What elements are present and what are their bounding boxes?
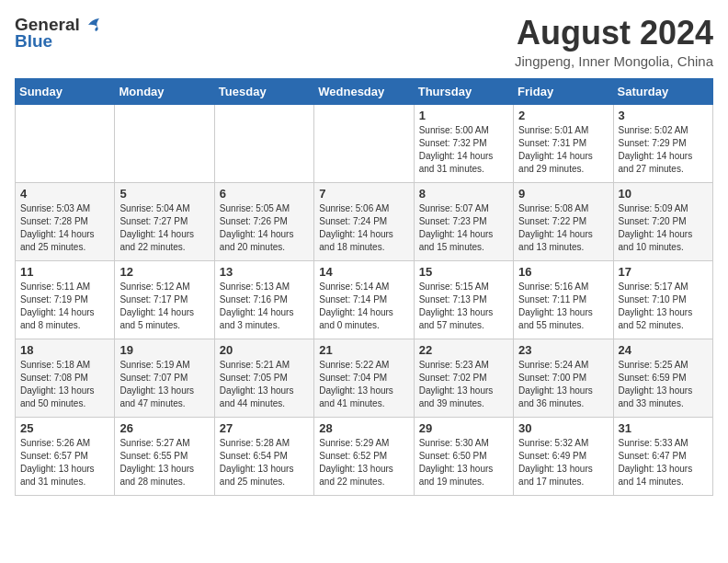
calendar-cell: 8Sunrise: 5:07 AM Sunset: 7:23 PM Daylig… (414, 182, 513, 260)
cell-daylight-info: Sunrise: 5:00 AM Sunset: 7:32 PM Dayligh… (419, 124, 508, 176)
date-number: 5 (119, 187, 209, 201)
logo-bird-icon (81, 17, 101, 32)
date-number: 15 (419, 265, 508, 279)
calendar-cell: 9Sunrise: 5:08 AM Sunset: 7:22 PM Daylig… (514, 182, 613, 260)
date-number: 8 (419, 187, 508, 201)
calendar-cell: 18Sunrise: 5:18 AM Sunset: 7:08 PM Dayli… (16, 339, 115, 417)
day-header-wednesday: Wednesday (314, 78, 414, 104)
calendar-cell: 28Sunrise: 5:29 AM Sunset: 6:52 PM Dayli… (314, 417, 414, 495)
cell-daylight-info: Sunrise: 5:11 AM Sunset: 7:19 PM Dayligh… (20, 281, 109, 332)
cell-daylight-info: Sunrise: 5:33 AM Sunset: 6:47 PM Dayligh… (619, 437, 708, 488)
day-header-thursday: Thursday (414, 78, 513, 104)
cell-daylight-info: Sunrise: 5:09 AM Sunset: 7:20 PM Dayligh… (619, 202, 708, 254)
cell-daylight-info: Sunrise: 5:02 AM Sunset: 7:29 PM Dayligh… (619, 124, 708, 176)
date-number: 17 (619, 265, 708, 279)
date-number: 23 (518, 343, 608, 357)
title-area: August 2024 Jingpeng, Inner Mongolia, Ch… (515, 15, 713, 69)
date-number: 30 (518, 421, 608, 435)
date-number: 25 (20, 421, 109, 435)
week-row-5: 25Sunrise: 5:26 AM Sunset: 6:57 PM Dayli… (16, 417, 713, 495)
week-row-4: 18Sunrise: 5:18 AM Sunset: 7:08 PM Dayli… (16, 339, 713, 417)
date-number: 11 (20, 265, 109, 279)
calendar-cell: 12Sunrise: 5:12 AM Sunset: 7:17 PM Dayli… (115, 260, 214, 339)
cell-daylight-info: Sunrise: 5:25 AM Sunset: 6:59 PM Dayligh… (619, 359, 708, 410)
date-number: 24 (619, 343, 708, 357)
cell-daylight-info: Sunrise: 5:32 AM Sunset: 6:49 PM Dayligh… (518, 437, 608, 488)
calendar-cell: 7Sunrise: 5:06 AM Sunset: 7:24 PM Daylig… (314, 182, 414, 260)
day-header-friday: Friday (514, 78, 613, 104)
calendar-cell: 26Sunrise: 5:27 AM Sunset: 6:55 PM Dayli… (115, 417, 214, 495)
date-number: 2 (518, 109, 608, 122)
cell-daylight-info: Sunrise: 5:06 AM Sunset: 7:24 PM Dayligh… (319, 202, 408, 254)
calendar-cell: 27Sunrise: 5:28 AM Sunset: 6:54 PM Dayli… (214, 417, 313, 495)
calendar-cell: 30Sunrise: 5:32 AM Sunset: 6:49 PM Dayli… (514, 417, 613, 495)
date-number: 29 (419, 421, 508, 435)
cell-daylight-info: Sunrise: 5:12 AM Sunset: 7:17 PM Dayligh… (119, 281, 209, 332)
cell-daylight-info: Sunrise: 5:15 AM Sunset: 7:13 PM Dayligh… (419, 281, 508, 332)
calendar-cell: 1Sunrise: 5:00 AM Sunset: 7:32 PM Daylig… (414, 104, 513, 182)
date-number: 3 (619, 109, 708, 122)
cell-daylight-info: Sunrise: 5:14 AM Sunset: 7:14 PM Dayligh… (319, 281, 408, 332)
cell-daylight-info: Sunrise: 5:27 AM Sunset: 6:55 PM Dayligh… (119, 437, 209, 488)
calendar-cell: 17Sunrise: 5:17 AM Sunset: 7:10 PM Dayli… (613, 260, 712, 339)
calendar-cell: 24Sunrise: 5:25 AM Sunset: 6:59 PM Dayli… (613, 339, 712, 417)
calendar-cell (214, 104, 313, 182)
cell-daylight-info: Sunrise: 5:30 AM Sunset: 6:50 PM Dayligh… (419, 437, 508, 488)
calendar-cell: 10Sunrise: 5:09 AM Sunset: 7:20 PM Dayli… (613, 182, 712, 260)
calendar-cell: 22Sunrise: 5:23 AM Sunset: 7:02 PM Dayli… (414, 339, 513, 417)
cell-daylight-info: Sunrise: 5:22 AM Sunset: 7:04 PM Dayligh… (319, 359, 408, 410)
cell-daylight-info: Sunrise: 5:01 AM Sunset: 7:31 PM Dayligh… (518, 124, 608, 176)
calendar-cell: 5Sunrise: 5:04 AM Sunset: 7:27 PM Daylig… (115, 182, 214, 260)
date-number: 20 (220, 343, 309, 357)
cell-daylight-info: Sunrise: 5:05 AM Sunset: 7:26 PM Dayligh… (220, 202, 309, 254)
location-subtitle: Jingpeng, Inner Mongolia, China (515, 53, 713, 69)
cell-daylight-info: Sunrise: 5:18 AM Sunset: 7:08 PM Dayligh… (20, 359, 109, 410)
cell-daylight-info: Sunrise: 5:21 AM Sunset: 7:05 PM Dayligh… (220, 359, 309, 410)
day-header-saturday: Saturday (613, 78, 712, 104)
date-number: 1 (419, 109, 508, 122)
cell-daylight-info: Sunrise: 5:07 AM Sunset: 7:23 PM Dayligh… (419, 202, 508, 254)
date-number: 13 (220, 265, 309, 279)
date-number: 14 (319, 265, 408, 279)
logo-blue-text: Blue (15, 31, 52, 52)
cell-daylight-info: Sunrise: 5:08 AM Sunset: 7:22 PM Dayligh… (518, 202, 608, 254)
calendar-cell (16, 104, 115, 182)
date-number: 18 (20, 343, 109, 357)
cell-daylight-info: Sunrise: 5:29 AM Sunset: 6:52 PM Dayligh… (319, 437, 408, 488)
cell-daylight-info: Sunrise: 5:16 AM Sunset: 7:11 PM Dayligh… (518, 281, 608, 332)
page-header: General Blue August 2024 Jingpeng, Inner… (15, 15, 713, 69)
calendar-cell: 6Sunrise: 5:05 AM Sunset: 7:26 PM Daylig… (214, 182, 313, 260)
calendar-cell: 23Sunrise: 5:24 AM Sunset: 7:00 PM Dayli… (514, 339, 613, 417)
date-number: 10 (619, 187, 708, 201)
day-header-tuesday: Tuesday (214, 78, 313, 104)
calendar-cell: 2Sunrise: 5:01 AM Sunset: 7:31 PM Daylig… (514, 104, 613, 182)
calendar-cell: 4Sunrise: 5:03 AM Sunset: 7:28 PM Daylig… (16, 182, 115, 260)
calendar-table: SundayMondayTuesdayWednesdayThursdayFrid… (15, 78, 713, 496)
cell-daylight-info: Sunrise: 5:17 AM Sunset: 7:10 PM Dayligh… (619, 281, 708, 332)
calendar-cell: 25Sunrise: 5:26 AM Sunset: 6:57 PM Dayli… (16, 417, 115, 495)
calendar-cell: 3Sunrise: 5:02 AM Sunset: 7:29 PM Daylig… (613, 104, 712, 182)
calendar-cell: 19Sunrise: 5:19 AM Sunset: 7:07 PM Dayli… (115, 339, 214, 417)
week-row-2: 4Sunrise: 5:03 AM Sunset: 7:28 PM Daylig… (16, 182, 713, 260)
date-number: 7 (319, 187, 408, 201)
date-number: 19 (119, 343, 209, 357)
calendar-cell: 11Sunrise: 5:11 AM Sunset: 7:19 PM Dayli… (16, 260, 115, 339)
cell-daylight-info: Sunrise: 5:24 AM Sunset: 7:00 PM Dayligh… (518, 359, 608, 410)
week-row-1: 1Sunrise: 5:00 AM Sunset: 7:32 PM Daylig… (16, 104, 713, 182)
calendar-cell: 15Sunrise: 5:15 AM Sunset: 7:13 PM Dayli… (414, 260, 513, 339)
date-number: 16 (518, 265, 608, 279)
cell-daylight-info: Sunrise: 5:26 AM Sunset: 6:57 PM Dayligh… (20, 437, 109, 488)
month-year-title: August 2024 (515, 15, 713, 52)
date-number: 31 (619, 421, 708, 435)
calendar-cell: 31Sunrise: 5:33 AM Sunset: 6:47 PM Dayli… (613, 417, 712, 495)
day-header-sunday: Sunday (16, 78, 115, 104)
date-number: 28 (319, 421, 408, 435)
date-number: 26 (119, 421, 209, 435)
calendar-cell: 13Sunrise: 5:13 AM Sunset: 7:16 PM Dayli… (214, 260, 313, 339)
calendar-cell: 14Sunrise: 5:14 AM Sunset: 7:14 PM Dayli… (314, 260, 414, 339)
date-number: 9 (518, 187, 608, 201)
cell-daylight-info: Sunrise: 5:23 AM Sunset: 7:02 PM Dayligh… (419, 359, 508, 410)
date-number: 6 (220, 187, 309, 201)
calendar-cell: 20Sunrise: 5:21 AM Sunset: 7:05 PM Dayli… (214, 339, 313, 417)
cell-daylight-info: Sunrise: 5:04 AM Sunset: 7:27 PM Dayligh… (119, 202, 209, 254)
